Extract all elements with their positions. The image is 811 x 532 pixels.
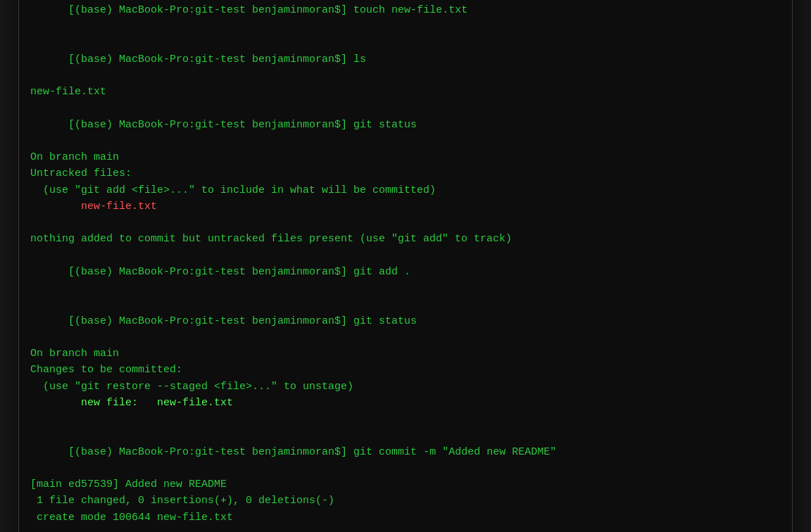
- terminal-line: [30, 411, 781, 427]
- terminal-line: (use "git restore --staged <file>..." to…: [30, 379, 781, 395]
- terminal-body[interactable]: [(base) MacBook-Pro:git-test benjaminmor…: [19, 0, 792, 532]
- terminal-line: 1 file changed, 0 insertions(+), 0 delet…: [30, 493, 781, 509]
- terminal-line: [30, 215, 781, 231]
- terminal-line: [(base) MacBook-Pro:git-test benjaminmor…: [30, 296, 781, 346]
- terminal-line: Untracked files:: [30, 165, 781, 182]
- terminal-line: new file: new-file.txt: [30, 395, 781, 411]
- terminal-line: [main ed57539] Added new README: [30, 476, 781, 493]
- terminal-line: [(base) MacBook-Pro:git-test benjaminmor…: [30, 248, 781, 297]
- terminal-line: [(base) MacBook-Pro:git-test benjaminmor…: [30, 0, 781, 34]
- terminal-line: On branch main: [30, 149, 781, 165]
- terminal-line: [(base) MacBook-Pro:git-test benjaminmor…: [30, 34, 781, 84]
- terminal-line: (use "git add <file>..." to include in w…: [30, 182, 781, 198]
- terminal-line: On branch main: [30, 346, 781, 362]
- terminal-line: (base) MacBook-Pro:git-test benjaminmora…: [30, 526, 781, 532]
- terminal-line: nothing added to commit but untracked fi…: [30, 231, 781, 247]
- terminal-line: [(base) MacBook-Pro:git-test benjaminmor…: [30, 100, 781, 149]
- terminal-line: [(base) MacBook-Pro:git-test benjaminmor…: [30, 427, 781, 476]
- terminal-line: create mode 100644 new-file.txt: [30, 509, 781, 526]
- terminal-line: new-file.txt: [30, 198, 781, 215]
- terminal-line: Changes to be committed:: [30, 362, 781, 378]
- terminal-window: 📁 git-test — -bash — 80×24 [(base) MacBo…: [18, 0, 793, 532]
- terminal-line: new-file.txt: [30, 84, 781, 100]
